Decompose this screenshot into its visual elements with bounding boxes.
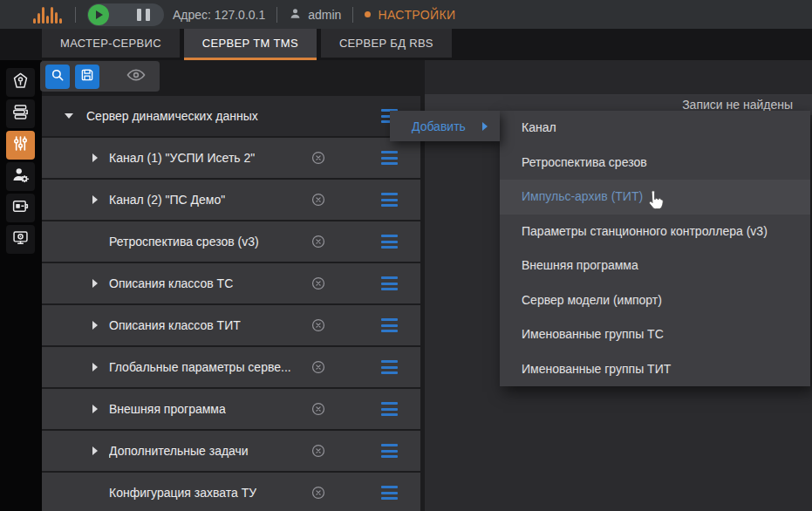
- tree-row[interactable]: Дополнительные задачи: [42, 431, 420, 471]
- icon-sidebar: [0, 60, 42, 511]
- submenu-item-6[interactable]: Именованные группы ТС: [500, 317, 810, 352]
- search-button[interactable]: [45, 65, 70, 89]
- submenu-item-7[interactable]: Именованные группы ТИТ: [500, 352, 810, 387]
- expander-right-icon[interactable]: [90, 279, 100, 288]
- delete-icon[interactable]: [310, 443, 326, 459]
- pause-icon[interactable]: [137, 9, 150, 21]
- delete-icon[interactable]: [310, 359, 326, 375]
- tree-row-label: Описания классов ТИТ: [109, 318, 241, 332]
- monitor-eye-icon: [11, 228, 30, 250]
- tree-row-label: Конфигурация захвата ТУ: [109, 486, 256, 500]
- tab-0[interactable]: МАСТЕР-СЕРВИС: [42, 29, 180, 58]
- tree-row[interactable]: Глобальные параметры серве...: [42, 347, 420, 387]
- visibility-button[interactable]: [126, 65, 147, 89]
- expander-right-icon[interactable]: [90, 321, 100, 330]
- delete-icon[interactable]: [310, 234, 326, 249]
- submenu-item-0[interactable]: Канал: [500, 111, 810, 146]
- tree-row[interactable]: Внешняя программа: [42, 389, 420, 429]
- delete-icon[interactable]: [310, 150, 326, 166]
- expander-right-icon[interactable]: [90, 405, 100, 413]
- row-menu-icon[interactable]: [381, 444, 398, 458]
- expander-down-icon[interactable]: [64, 113, 74, 119]
- top-bar: Адрес: 127.0.0.1 admin НАСТРОЙКИ: [0, 0, 812, 29]
- app-window: Адрес: 127.0.0.1 admin НАСТРОЙКИ МАСТЕР-…: [0, 0, 812, 511]
- delete-icon[interactable]: [310, 401, 326, 417]
- person-icon: [289, 7, 302, 23]
- tree-row[interactable]: Канал (1) "УСПИ Исеть 2": [42, 138, 420, 178]
- expander-right-icon[interactable]: [90, 153, 100, 162]
- tree-row-label: Ретроспектива срезов (v3): [109, 235, 259, 249]
- submenu-item-3[interactable]: Параметры станционного контроллера (v3): [500, 215, 810, 249]
- submenu-item-5[interactable]: Сервер модели (импорт): [500, 283, 810, 318]
- config-tree: Сервер динамических данныхКанал (1) "УСП…: [42, 96, 420, 511]
- settings-indicator[interactable]: НАСТРОЙКИ: [365, 8, 455, 22]
- tree-row-label: Канал (2) "ПС Демо": [109, 193, 225, 207]
- add-submenu: КаналРетроспектива срезовИмпульс-архив (…: [500, 111, 810, 386]
- sidebar-button-5[interactable]: [6, 225, 35, 254]
- sidebar-button-3[interactable]: [6, 162, 35, 191]
- tree-row[interactable]: Описания классов ТИТ: [42, 305, 420, 345]
- save-button[interactable]: [75, 65, 99, 89]
- waveform-logo-icon: [33, 6, 64, 24]
- row-menu-icon[interactable]: [381, 151, 398, 165]
- delete-icon[interactable]: [310, 485, 326, 501]
- row-menu-icon[interactable]: [381, 360, 398, 374]
- divider: [75, 7, 76, 23]
- username: admin: [308, 8, 341, 22]
- sidebar-button-1[interactable]: [6, 99, 35, 128]
- submenu-item-4[interactable]: Внешняя программа: [500, 249, 810, 283]
- user-menu[interactable]: admin: [289, 7, 341, 23]
- tree-panel: Сервер динамических данныхКанал (1) "УСП…: [42, 60, 420, 511]
- tree-row-label: Дополнительные задачи: [109, 444, 249, 458]
- save-icon: [79, 67, 95, 86]
- tab-1[interactable]: СЕРВЕР ТМ TMS: [184, 29, 317, 60]
- tree-row-label: Канал (1) "УСПИ Исеть 2": [109, 151, 255, 165]
- expander-right-icon[interactable]: [90, 446, 100, 455]
- row-menu-icon[interactable]: [381, 486, 398, 500]
- tree-row-label: Глобальные параметры серве...: [109, 360, 291, 374]
- stack-icon: [11, 103, 30, 125]
- empty-message: Записи не найдены: [682, 98, 793, 112]
- row-menu-icon[interactable]: [381, 402, 398, 416]
- tree-row-label: Внешняя программа: [109, 402, 226, 416]
- sliders-icon: [11, 134, 30, 156]
- status-dot-icon: [365, 11, 371, 17]
- tree-row[interactable]: Конфигурация захвата ТУ: [42, 473, 420, 511]
- tree-toolbar: [40, 61, 160, 92]
- context-menu-add[interactable]: Добавить: [390, 111, 500, 141]
- submenu-item-2[interactable]: Импульс-архив (ТИТ): [500, 180, 810, 215]
- submenu-arrow-icon: [482, 122, 488, 131]
- badge-icon: [11, 72, 30, 93]
- tree-row[interactable]: Описания классов ТС: [42, 263, 420, 303]
- divider: [352, 7, 353, 23]
- tree-row-label: Сервер динамических данных: [86, 109, 258, 123]
- row-menu-icon[interactable]: [381, 235, 398, 249]
- tree-row-label: Описания классов ТС: [109, 276, 233, 290]
- delete-icon[interactable]: [310, 317, 326, 333]
- play-icon[interactable]: [88, 4, 109, 25]
- server-address: Адрес: 127.0.0.1: [173, 8, 265, 22]
- row-menu-icon[interactable]: [381, 276, 398, 290]
- submenu-item-1[interactable]: Ретроспектива срезов: [500, 146, 810, 181]
- tab-bar: МАСТЕР-СЕРВИССЕРВЕР ТМ TMSСЕРВЕР БД RBS: [0, 29, 812, 60]
- tab-2[interactable]: СЕРВЕР БД RBS: [321, 29, 452, 58]
- eye-icon: [126, 65, 147, 89]
- delete-icon[interactable]: [310, 192, 326, 208]
- card-icon: [11, 197, 30, 219]
- divider: [276, 7, 277, 23]
- sidebar-button-4[interactable]: [6, 194, 35, 222]
- run-toggle[interactable]: [87, 3, 164, 26]
- settings-label: НАСТРОЙКИ: [378, 8, 455, 22]
- sidebar-button-0[interactable]: [6, 68, 35, 97]
- tree-row[interactable]: Ретроспектива срезов (v3): [42, 221, 420, 262]
- row-menu-icon[interactable]: [381, 193, 398, 207]
- sidebar-button-2[interactable]: [6, 131, 35, 160]
- add-menu-label: Добавить: [412, 119, 466, 133]
- expander-right-icon[interactable]: [90, 363, 100, 371]
- tree-row[interactable]: Сервер динамических данных: [42, 96, 420, 136]
- row-menu-icon[interactable]: [381, 318, 398, 332]
- search-icon: [50, 67, 65, 86]
- delete-icon[interactable]: [310, 276, 326, 291]
- expander-right-icon[interactable]: [90, 195, 100, 204]
- tree-row[interactable]: Канал (2) "ПС Демо": [42, 180, 420, 220]
